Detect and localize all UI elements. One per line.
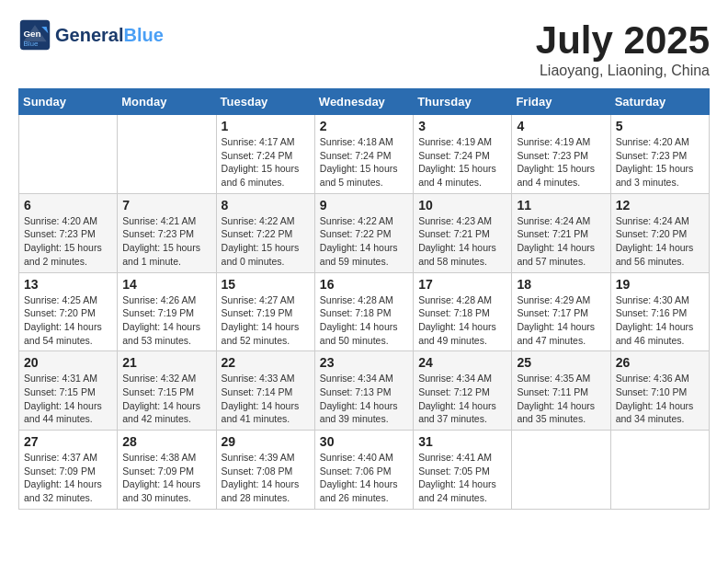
day-number: 21: [122, 355, 210, 370]
day-number: 17: [418, 277, 506, 292]
calendar-cell: 13Sunrise: 4:25 AM Sunset: 7:20 PM Dayli…: [19, 272, 118, 351]
calendar-cell: [512, 431, 610, 510]
page-header: Gen Blue GeneralBlue July 2025 Liaoyang,…: [18, 18, 710, 79]
day-number: 25: [517, 355, 605, 370]
calendar-cell: 3Sunrise: 4:19 AM Sunset: 7:24 PM Daylig…: [414, 115, 512, 194]
day-info: Sunrise: 4:27 AM Sunset: 7:19 PM Dayligh…: [222, 293, 310, 348]
day-number: 27: [24, 434, 112, 449]
weekday-header: Wednesday: [314, 89, 413, 115]
day-number: 11: [517, 198, 605, 213]
calendar-cell: 2Sunrise: 4:18 AM Sunset: 7:24 PM Daylig…: [314, 115, 413, 194]
calendar-cell: 28Sunrise: 4:38 AM Sunset: 7:09 PM Dayli…: [118, 431, 216, 510]
weekday-header-row: SundayMondayTuesdayWednesdayThursdayFrid…: [19, 89, 710, 115]
day-info: Sunrise: 4:24 AM Sunset: 7:20 PM Dayligh…: [616, 214, 704, 269]
day-number: 3: [418, 119, 506, 133]
day-number: 6: [24, 198, 112, 213]
day-info: Sunrise: 4:22 AM Sunset: 7:22 PM Dayligh…: [320, 214, 408, 269]
day-info: Sunrise: 4:34 AM Sunset: 7:13 PM Dayligh…: [320, 372, 408, 426]
calendar-cell: [19, 115, 118, 194]
calendar-cell: 9Sunrise: 4:22 AM Sunset: 7:22 PM Daylig…: [314, 193, 413, 272]
calendar-cell: 15Sunrise: 4:27 AM Sunset: 7:19 PM Dayli…: [216, 272, 314, 351]
calendar-cell: 8Sunrise: 4:22 AM Sunset: 7:22 PM Daylig…: [216, 193, 314, 272]
day-number: 30: [320, 434, 408, 449]
day-number: 29: [222, 434, 310, 449]
day-info: Sunrise: 4:25 AM Sunset: 7:20 PM Dayligh…: [24, 293, 112, 348]
day-info: Sunrise: 4:20 AM Sunset: 7:23 PM Dayligh…: [616, 135, 704, 190]
day-info: Sunrise: 4:33 AM Sunset: 7:14 PM Dayligh…: [222, 372, 310, 426]
day-number: 16: [320, 277, 408, 292]
svg-text:Gen: Gen: [23, 29, 40, 39]
weekday-header: Monday: [118, 89, 216, 115]
day-info: Sunrise: 4:30 AM Sunset: 7:16 PM Dayligh…: [616, 293, 704, 348]
weekday-header: Saturday: [610, 89, 709, 115]
calendar-cell: 30Sunrise: 4:40 AM Sunset: 7:06 PM Dayli…: [314, 431, 413, 510]
weekday-header: Friday: [512, 89, 610, 115]
day-number: 7: [122, 198, 210, 213]
calendar-week-row: 6Sunrise: 4:20 AM Sunset: 7:23 PM Daylig…: [19, 193, 710, 272]
day-info: Sunrise: 4:39 AM Sunset: 7:08 PM Dayligh…: [222, 451, 310, 505]
day-info: Sunrise: 4:18 AM Sunset: 7:24 PM Dayligh…: [320, 135, 408, 190]
calendar-cell: 25Sunrise: 4:35 AM Sunset: 7:11 PM Dayli…: [512, 351, 610, 431]
day-number: 31: [418, 434, 506, 449]
day-info: Sunrise: 4:26 AM Sunset: 7:19 PM Dayligh…: [122, 293, 210, 348]
calendar-cell: 31Sunrise: 4:41 AM Sunset: 7:05 PM Dayli…: [414, 431, 512, 510]
calendar-cell: 24Sunrise: 4:34 AM Sunset: 7:12 PM Dayli…: [414, 351, 512, 431]
day-number: 18: [517, 277, 605, 292]
calendar-cell: 6Sunrise: 4:20 AM Sunset: 7:23 PM Daylig…: [19, 193, 118, 272]
day-number: 12: [616, 198, 704, 213]
calendar-week-row: 13Sunrise: 4:25 AM Sunset: 7:20 PM Dayli…: [19, 272, 710, 351]
day-info: Sunrise: 4:40 AM Sunset: 7:06 PM Dayligh…: [320, 451, 408, 505]
day-number: 5: [616, 119, 704, 133]
calendar-cell: 7Sunrise: 4:21 AM Sunset: 7:23 PM Daylig…: [118, 193, 216, 272]
calendar-cell: 1Sunrise: 4:17 AM Sunset: 7:24 PM Daylig…: [216, 115, 314, 194]
day-info: Sunrise: 4:20 AM Sunset: 7:23 PM Dayligh…: [24, 214, 112, 269]
calendar-table: SundayMondayTuesdayWednesdayThursdayFrid…: [18, 88, 710, 510]
day-info: Sunrise: 4:32 AM Sunset: 7:15 PM Dayligh…: [122, 372, 210, 426]
day-number: 24: [418, 355, 506, 370]
day-info: Sunrise: 4:19 AM Sunset: 7:23 PM Dayligh…: [517, 135, 605, 190]
day-info: Sunrise: 4:19 AM Sunset: 7:24 PM Dayligh…: [418, 135, 506, 190]
day-info: Sunrise: 4:35 AM Sunset: 7:11 PM Dayligh…: [517, 372, 605, 426]
day-info: Sunrise: 4:21 AM Sunset: 7:23 PM Dayligh…: [122, 214, 210, 269]
day-number: 1: [222, 119, 310, 133]
day-number: 2: [320, 119, 408, 133]
day-number: 20: [24, 355, 112, 370]
day-info: Sunrise: 4:23 AM Sunset: 7:21 PM Dayligh…: [418, 214, 506, 269]
day-info: Sunrise: 4:37 AM Sunset: 7:09 PM Dayligh…: [24, 451, 112, 505]
calendar-cell: 22Sunrise: 4:33 AM Sunset: 7:14 PM Dayli…: [216, 351, 314, 431]
calendar-week-row: 27Sunrise: 4:37 AM Sunset: 7:09 PM Dayli…: [19, 431, 710, 510]
day-info: Sunrise: 4:22 AM Sunset: 7:22 PM Dayligh…: [222, 214, 310, 269]
title-block: July 2025 Liaoyang, Liaoning, China: [536, 18, 710, 79]
day-number: 14: [122, 277, 210, 292]
weekday-header: Thursday: [414, 89, 512, 115]
day-number: 13: [24, 277, 112, 292]
day-info: Sunrise: 4:29 AM Sunset: 7:17 PM Dayligh…: [517, 293, 605, 348]
day-number: 19: [616, 277, 704, 292]
calendar-cell: 16Sunrise: 4:28 AM Sunset: 7:18 PM Dayli…: [314, 272, 413, 351]
calendar-cell: 4Sunrise: 4:19 AM Sunset: 7:23 PM Daylig…: [512, 115, 610, 194]
calendar-cell: 20Sunrise: 4:31 AM Sunset: 7:15 PM Dayli…: [19, 351, 118, 431]
day-number: 10: [418, 198, 506, 213]
day-number: 26: [616, 355, 704, 370]
calendar-cell: 19Sunrise: 4:30 AM Sunset: 7:16 PM Dayli…: [610, 272, 709, 351]
day-info: Sunrise: 4:41 AM Sunset: 7:05 PM Dayligh…: [418, 451, 506, 505]
weekday-header: Sunday: [19, 89, 118, 115]
logo-icon: Gen Blue: [18, 18, 51, 52]
location-subtitle: Liaoyang, Liaoning, China: [536, 63, 710, 79]
day-info: Sunrise: 4:24 AM Sunset: 7:21 PM Dayligh…: [517, 214, 605, 269]
day-number: 15: [222, 277, 310, 292]
calendar-week-row: 1Sunrise: 4:17 AM Sunset: 7:24 PM Daylig…: [19, 115, 710, 194]
day-info: Sunrise: 4:17 AM Sunset: 7:24 PM Dayligh…: [222, 135, 310, 190]
day-info: Sunrise: 4:28 AM Sunset: 7:18 PM Dayligh…: [418, 293, 506, 348]
month-title: July 2025: [536, 18, 710, 63]
day-info: Sunrise: 4:31 AM Sunset: 7:15 PM Dayligh…: [24, 372, 112, 426]
calendar-week-row: 20Sunrise: 4:31 AM Sunset: 7:15 PM Dayli…: [19, 351, 710, 431]
calendar-cell: 29Sunrise: 4:39 AM Sunset: 7:08 PM Dayli…: [216, 431, 314, 510]
calendar-cell: [118, 115, 216, 194]
logo: Gen Blue GeneralBlue: [18, 18, 164, 52]
calendar-cell: 17Sunrise: 4:28 AM Sunset: 7:18 PM Dayli…: [414, 272, 512, 351]
logo-text: GeneralBlue: [55, 24, 164, 46]
day-info: Sunrise: 4:28 AM Sunset: 7:18 PM Dayligh…: [320, 293, 408, 348]
calendar-cell: 18Sunrise: 4:29 AM Sunset: 7:17 PM Dayli…: [512, 272, 610, 351]
day-info: Sunrise: 4:36 AM Sunset: 7:10 PM Dayligh…: [616, 372, 704, 426]
